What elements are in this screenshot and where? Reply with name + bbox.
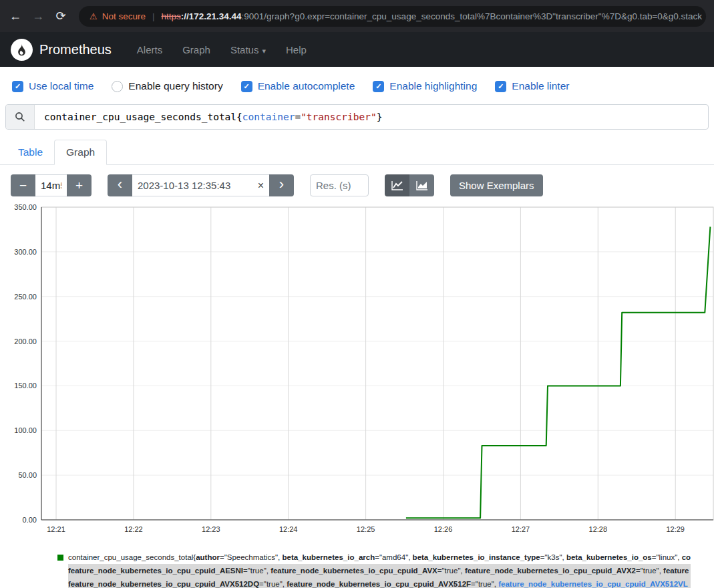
url-bar[interactable]: ⚠ Not secure | https://172.21.34.44:9001… xyxy=(79,6,706,27)
checkbox-icon: ✓ xyxy=(12,81,23,92)
checkbox-icon: ✓ xyxy=(495,81,506,92)
forward-icon[interactable]: → xyxy=(28,6,48,26)
increase-range-button[interactable]: + xyxy=(67,174,92,196)
decrease-range-button[interactable]: − xyxy=(11,174,35,196)
tab-graph[interactable]: Graph xyxy=(54,140,107,165)
legend-label-segment: co xyxy=(682,553,691,561)
enable-linter-checkbox[interactable]: ✓ Enable linter xyxy=(495,80,569,92)
legend-label-segment: feature xyxy=(663,567,689,575)
next-time-button[interactable]: › xyxy=(269,174,294,196)
series-color-swatch[interactable] xyxy=(57,555,63,561)
checkbox-label: Enable highlighting xyxy=(389,80,477,92)
legend-label-segment: ="k3s", xyxy=(540,553,566,561)
query-token: "transcriber" xyxy=(301,112,377,122)
cpu-usage-chart[interactable]: 0.0050.00100.00150.00200.00250.00300.003… xyxy=(0,203,714,536)
y-tick-label: 0.00 xyxy=(23,516,37,524)
checkbox-icon: ✓ xyxy=(112,81,123,92)
datetime-input[interactable] xyxy=(132,174,269,196)
nav-status-dropdown[interactable]: Status▾ xyxy=(230,44,266,55)
url-path: :9001/graph?g0.expr=container_cpu_usage_… xyxy=(242,11,703,21)
x-tick-label: 12:22 xyxy=(124,525,143,533)
line-graph-button[interactable] xyxy=(385,174,409,196)
use-local-time-checkbox[interactable]: ✓ Use local time xyxy=(12,80,94,92)
tab-table[interactable]: Table xyxy=(7,140,54,164)
resolution-input[interactable] xyxy=(310,174,369,196)
checkbox-icon: ✓ xyxy=(241,81,252,92)
checkbox-label: Enable query history xyxy=(128,80,222,92)
x-tick-label: 12:27 xyxy=(512,525,530,533)
legend-label-segment: feature_node_kubernetes_io_cpu_cpuid_AVX xyxy=(271,567,437,575)
legend-label-segment: feature_node_kubernetes_io_cpu_cpuid_AVX… xyxy=(465,567,636,575)
nav-alerts[interactable]: Alerts xyxy=(137,44,162,55)
brand-title[interactable]: Prometheus xyxy=(39,42,112,57)
legend-label-segment: ="true", xyxy=(471,580,498,588)
previous-time-button[interactable]: ‹ xyxy=(108,174,132,196)
legend-label-segment: ="true", xyxy=(259,580,287,588)
x-tick-label: 12:26 xyxy=(434,525,453,533)
x-tick-label: 12:25 xyxy=(357,525,375,533)
series-label-text[interactable]: container_cpu_usage_seconds_total{author… xyxy=(68,551,691,588)
legend-label-segment: ="amd64", xyxy=(375,553,412,561)
legend-label-segment: feature_node_kubernetes_io_cpu_cpuid_AVX… xyxy=(68,580,259,588)
line-chart-icon xyxy=(391,180,403,190)
y-tick-label: 50.00 xyxy=(18,471,37,479)
legend-line: container_cpu_usage_seconds_total{author… xyxy=(68,551,691,564)
x-tick-label: 12:29 xyxy=(666,525,685,533)
flame-icon xyxy=(15,43,29,57)
options-row: ✓ Use local time ✓ Enable query history … xyxy=(0,67,714,95)
legend-line: feature_node_kubernetes_io_cpu_cpuid_AVX… xyxy=(68,577,691,588)
search-icon xyxy=(6,105,35,129)
y-tick-label: 350.00 xyxy=(14,203,37,211)
y-tick-label: 200.00 xyxy=(14,337,37,345)
checkbox-label: Enable linter xyxy=(512,80,569,92)
legend-label-segment: feature_node_kubernetes_io_cpu_cpuid_AVX… xyxy=(287,580,471,588)
stacked-graph-button[interactable] xyxy=(409,174,434,196)
chart-type-toggle-group xyxy=(385,174,434,196)
legend-line: feature_node_kubernetes_io_cpu_cpuid_AES… xyxy=(68,564,691,577)
enable-highlighting-checkbox[interactable]: ✓ Enable highlighting xyxy=(373,80,477,92)
not-secure-label: Not secure xyxy=(102,11,146,21)
legend-label-segment: feature_node_kubernetes_io_cpu_cpuid_AVX… xyxy=(498,580,688,588)
query-token: } xyxy=(377,112,383,122)
checkbox-icon: ✓ xyxy=(373,81,384,92)
legend-label-segment: beta_kubernetes_io_os xyxy=(566,553,652,561)
x-tick-label: 12:24 xyxy=(279,525,298,533)
enable-autocomplete-checkbox[interactable]: ✓ Enable autocomplete xyxy=(241,80,355,92)
back-icon[interactable]: ← xyxy=(5,6,25,26)
range-input[interactable] xyxy=(35,174,67,196)
query-token: { xyxy=(236,112,242,122)
prometheus-logo-icon[interactable] xyxy=(11,39,33,61)
series-line[interactable] xyxy=(406,227,711,518)
expression-input[interactable]: container_cpu_usage_seconds_total{contai… xyxy=(35,105,708,129)
plot-border xyxy=(41,207,713,520)
clear-time-icon[interactable]: × xyxy=(258,180,264,191)
show-exemplars-button[interactable]: Show Exemplars xyxy=(450,174,543,196)
url-host: ://172.21.34.44 xyxy=(181,11,242,21)
query-token: = xyxy=(295,112,301,122)
graph-panel: 0.0050.00100.00150.00200.00250.00300.003… xyxy=(0,203,714,536)
x-tick-label: 12:21 xyxy=(47,525,65,533)
nav-graph[interactable]: Graph xyxy=(182,44,210,55)
legend-label-segment: container_cpu_usage_seconds_total{ xyxy=(68,553,196,561)
legend-label-segment: ="true", xyxy=(636,567,663,575)
legend-label-segment: ="true", xyxy=(437,567,465,575)
time-control-group: ‹ × › xyxy=(108,174,294,196)
chevron-down-icon: ▾ xyxy=(262,47,266,55)
stacked-chart-icon xyxy=(416,180,428,190)
query-token: container xyxy=(242,112,295,122)
nav-status-label: Status xyxy=(230,44,259,55)
legend-label-segment: beta_kubernetes_io_arch xyxy=(282,553,375,561)
legend-label-segment: ="true", xyxy=(243,567,271,575)
x-tick-label: 12:28 xyxy=(589,525,608,533)
legend-label-segment: beta_kubernetes_io_instance_type xyxy=(413,553,540,561)
nav-help[interactable]: Help xyxy=(286,44,307,55)
enable-query-history-checkbox[interactable]: ✓ Enable query history xyxy=(112,80,222,92)
graph-controls: − + ‹ × › Show Exemplars xyxy=(11,174,714,196)
legend-label-segment: ="Speechmatics", xyxy=(220,553,283,561)
url-separator: | xyxy=(152,11,155,21)
legend-label-segment: ="linux", xyxy=(652,553,682,561)
y-tick-label: 150.00 xyxy=(14,382,37,390)
y-tick-label: 100.00 xyxy=(14,426,37,434)
reload-icon[interactable]: ⟳ xyxy=(51,6,71,26)
query-token: container_cpu_usage_seconds_total xyxy=(44,112,236,122)
